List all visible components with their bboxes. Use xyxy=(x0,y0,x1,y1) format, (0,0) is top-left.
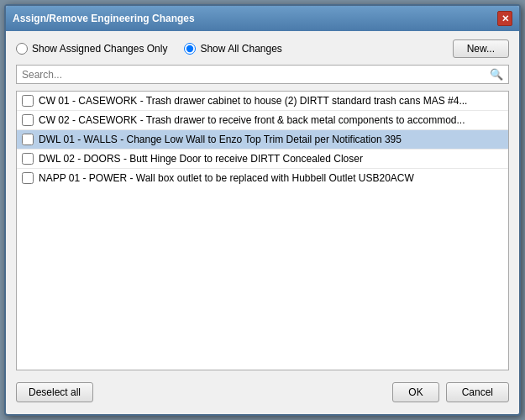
assign-remove-dialog: Assign/Remove Engineering Changes ✕ Show… xyxy=(4,4,521,416)
new-button[interactable]: New... xyxy=(453,39,509,58)
footer-row: Deselect all OK Cancel xyxy=(16,377,509,406)
list-item[interactable]: CW 02 - CASEWORK - Trash drawer to recei… xyxy=(17,111,508,130)
search-row: 🔍 xyxy=(16,65,509,84)
search-icon: 🔍 xyxy=(490,68,503,81)
list-item[interactable]: DWL 01 - WALLS - Change Low Wall to Enzo… xyxy=(17,130,508,150)
radio-all-label: Show All Changes xyxy=(200,43,281,55)
item-1-text: CW 01 - CASEWORK - Trash drawer cabinet … xyxy=(39,95,467,107)
item-3-checkbox[interactable] xyxy=(22,134,34,145)
title-bar: Assign/Remove Engineering Changes ✕ xyxy=(6,6,519,31)
items-list: CW 01 - CASEWORK - Trash drawer cabinet … xyxy=(16,91,509,370)
item-2-checkbox[interactable] xyxy=(22,114,34,126)
list-item[interactable]: NAPP 01 - POWER - Wall box outlet to be … xyxy=(17,169,508,187)
options-row: Show Assigned Changes Only Show All Chan… xyxy=(16,39,509,58)
action-buttons: OK Cancel xyxy=(392,382,509,402)
radio-assigned-label: Show Assigned Changes Only xyxy=(32,43,167,55)
ok-button[interactable]: OK xyxy=(392,382,438,402)
cancel-button[interactable]: Cancel xyxy=(446,382,509,402)
search-input[interactable] xyxy=(22,69,490,81)
close-button[interactable]: ✕ xyxy=(497,11,512,26)
item-2-text: CW 02 - CASEWORK - Trash drawer to recei… xyxy=(39,114,465,126)
new-button-wrapper: New... xyxy=(453,39,509,58)
item-5-text: NAPP 01 - POWER - Wall box outlet to be … xyxy=(39,172,414,184)
radio-show-all[interactable]: Show All Changes xyxy=(184,43,281,55)
item-1-checkbox[interactable] xyxy=(22,95,34,107)
deselect-all-button[interactable]: Deselect all xyxy=(16,382,93,402)
item-3-text: DWL 01 - WALLS - Change Low Wall to Enzo… xyxy=(39,134,402,145)
radio-all-input[interactable] xyxy=(184,43,196,55)
item-5-checkbox[interactable] xyxy=(22,172,34,184)
list-item[interactable]: DWL 02 - DOORS - Butt Hinge Door to rece… xyxy=(17,150,508,169)
radio-assigned-only[interactable]: Show Assigned Changes Only xyxy=(16,43,167,55)
dialog-body: Show Assigned Changes Only Show All Chan… xyxy=(6,31,519,414)
item-4-checkbox[interactable] xyxy=(22,153,34,165)
dialog-title: Assign/Remove Engineering Changes xyxy=(13,13,195,24)
list-item[interactable]: CW 01 - CASEWORK - Trash drawer cabinet … xyxy=(17,92,508,111)
item-4-text: DWL 02 - DOORS - Butt Hinge Door to rece… xyxy=(39,153,363,165)
radio-assigned-input[interactable] xyxy=(16,43,28,55)
